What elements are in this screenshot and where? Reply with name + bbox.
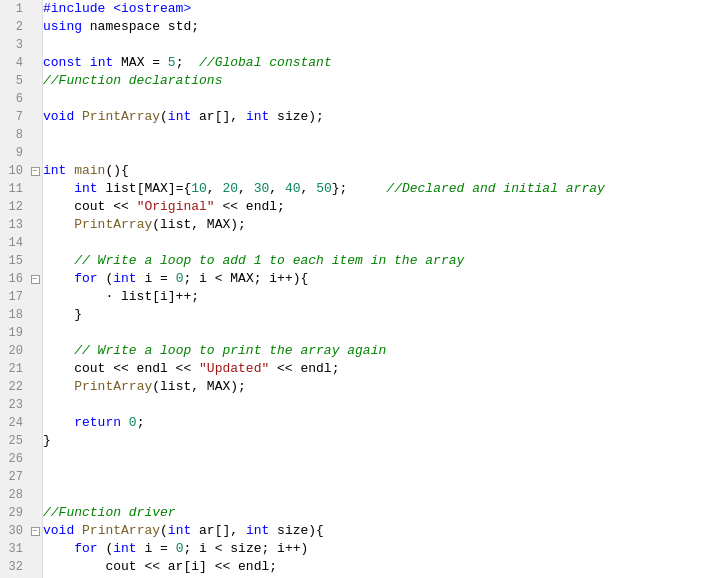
token-plain: [43, 216, 74, 234]
token-plain: ;: [176, 54, 199, 72]
token-plain: ; i < size; i++): [183, 540, 308, 558]
code-line: for (int i = 0; i < MAX; i++){: [43, 270, 717, 288]
token-plain: ; i < MAX; i++){: [183, 270, 308, 288]
fold-button[interactable]: −: [31, 275, 40, 284]
code-line: void PrintArray(int ar[], int size){: [43, 522, 717, 540]
code-line: // Write a loop to add 1 to each item in…: [43, 252, 717, 270]
token-plain: [43, 252, 74, 270]
line-number: 26: [0, 452, 28, 466]
token-plain: }: [43, 306, 82, 324]
gutter-row: 22: [0, 378, 42, 396]
gutter-row: 6: [0, 90, 42, 108]
gutter-row: 12: [0, 198, 42, 216]
code-line: [43, 126, 717, 144]
gutter-row: 30−: [0, 522, 42, 540]
token-plain: << endl;: [269, 360, 339, 378]
line-number: 1: [0, 2, 28, 16]
code-line: // Write a loop to print the array again: [43, 342, 717, 360]
gutter-row: 13: [0, 216, 42, 234]
gutter-row: 3: [0, 36, 42, 54]
code-line: [43, 450, 717, 468]
token-plain: ;: [137, 414, 145, 432]
token-kw: for: [74, 540, 97, 558]
line-number: 18: [0, 308, 28, 322]
line-number: 11: [0, 182, 28, 196]
line-number: 17: [0, 290, 28, 304]
token-plain: (: [98, 540, 114, 558]
fold-gutter-col[interactable]: −: [28, 275, 42, 284]
token-pp: #include <iostream>: [43, 0, 191, 18]
gutter-row: 16−: [0, 270, 42, 288]
token-plain: [43, 270, 74, 288]
line-number: 10: [0, 164, 28, 178]
code-line: [43, 234, 717, 252]
token-cmt: //Global constant: [199, 54, 332, 72]
token-plain: };: [332, 180, 387, 198]
code-line: }: [43, 432, 717, 450]
code-line: [43, 36, 717, 54]
fold-gutter-col[interactable]: −: [28, 527, 42, 536]
token-plain: namespace std;: [82, 18, 199, 36]
token-func: PrintArray: [82, 108, 160, 126]
token-plain: i =: [137, 540, 176, 558]
line-number: 2: [0, 20, 28, 34]
token-plain: [43, 414, 74, 432]
gutter-row: 21: [0, 360, 42, 378]
token-plain: [66, 162, 74, 180]
code-line: cout << endl << "Updated" << endl;: [43, 360, 717, 378]
token-plain: ,: [269, 180, 285, 198]
line-number: 9: [0, 146, 28, 160]
line-number: 23: [0, 398, 28, 412]
token-plain: [82, 54, 90, 72]
gutter-row: 24: [0, 414, 42, 432]
code-line: int list[MAX]={10, 20, 30, 40, 50}; //De…: [43, 180, 717, 198]
token-kw: int: [113, 270, 136, 288]
token-num: 30: [254, 180, 270, 198]
token-plain: }: [43, 432, 51, 450]
token-str: "Original": [137, 198, 215, 216]
gutter-row: 29: [0, 504, 42, 522]
line-number: 31: [0, 542, 28, 556]
token-kw: int: [246, 522, 269, 540]
gutter-row: 8: [0, 126, 42, 144]
line-gutter: 12345678910−111213141516−171819202122232…: [0, 0, 43, 578]
code-content-area: #include <iostream>using namespace std; …: [43, 0, 717, 578]
code-line: PrintArray(list, MAX);: [43, 378, 717, 396]
token-plain: cout <<: [43, 198, 137, 216]
gutter-row: 10−: [0, 162, 42, 180]
fold-gutter-col[interactable]: −: [28, 167, 42, 176]
gutter-row: 14: [0, 234, 42, 252]
gutter-row: 32: [0, 558, 42, 576]
code-line: void PrintArray(int ar[], int size);: [43, 108, 717, 126]
line-number: 20: [0, 344, 28, 358]
gutter-row: 11: [0, 180, 42, 198]
code-line: cout << "Original" << endl;: [43, 198, 717, 216]
gutter-row: 7: [0, 108, 42, 126]
fold-button[interactable]: −: [31, 527, 40, 536]
token-str: "Updated": [199, 360, 269, 378]
gutter-row: 9: [0, 144, 42, 162]
token-func: main: [74, 162, 105, 180]
token-plain: [43, 180, 74, 198]
code-line: #include <iostream>: [43, 0, 717, 18]
gutter-row: 23: [0, 396, 42, 414]
line-number: 12: [0, 200, 28, 214]
code-lines-container: 12345678910−111213141516−171819202122232…: [0, 0, 717, 578]
gutter-row: 26: [0, 450, 42, 468]
token-plain: [43, 378, 74, 396]
token-kw: int: [43, 162, 66, 180]
token-cmt: //Function driver: [43, 504, 176, 522]
gutter-row: 20: [0, 342, 42, 360]
token-func: PrintArray: [74, 378, 152, 396]
gutter-row: 1: [0, 0, 42, 18]
line-number: 16: [0, 272, 28, 286]
token-kw: void: [43, 522, 74, 540]
line-number: 13: [0, 218, 28, 232]
line-number: 5: [0, 74, 28, 88]
token-plain: (list, MAX);: [152, 216, 246, 234]
token-kw: using: [43, 18, 82, 36]
token-cmt: //Function declarations: [43, 72, 222, 90]
token-kw: int: [74, 180, 97, 198]
line-number: 19: [0, 326, 28, 340]
fold-button[interactable]: −: [31, 167, 40, 176]
